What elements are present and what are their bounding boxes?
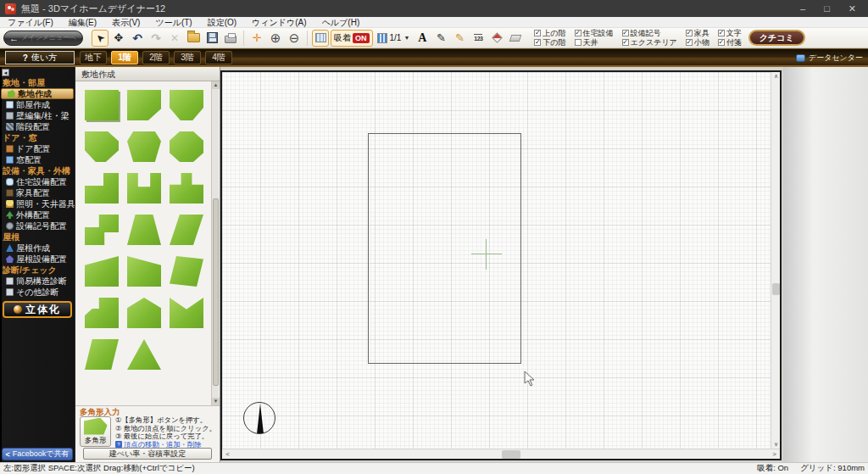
menu-settings[interactable]: 設定(O) (200, 17, 244, 28)
tab-basement[interactable]: 地下 (80, 51, 107, 64)
maximize-button[interactable]: □ (824, 0, 830, 17)
shape-swatch[interactable] (170, 90, 203, 120)
shape-swatch[interactable] (85, 339, 119, 370)
sidebar-item-house-equipment[interactable]: 住宅設備配置 (0, 176, 75, 187)
zoom-in-button[interactable]: ⊕ (267, 30, 284, 47)
tab-floor-2[interactable]: 2階 (142, 51, 170, 64)
sidebar-item-lighting[interactable]: 照明・天井器具 (0, 198, 75, 209)
scroll-down-icon[interactable]: ▼ (212, 398, 220, 405)
checkbox-sticky-notes[interactable]: ✓付箋 (718, 38, 742, 47)
highlight-line-tool-button[interactable]: ✎ (451, 30, 468, 47)
scroll-up-icon[interactable]: ▲ (212, 81, 220, 89)
delete-button[interactable]: ✕ (166, 30, 183, 47)
polygon-button[interactable]: 多角形 (80, 416, 111, 447)
shape-swatch[interactable] (127, 131, 161, 162)
drawing-canvas[interactable] (222, 72, 771, 449)
shape-swatch[interactable] (127, 173, 161, 204)
sidebar-item-roof-equipment[interactable]: 屋根設備配置 (0, 254, 75, 265)
menu-view[interactable]: 表示(V) (104, 17, 147, 28)
menu-help[interactable]: ヘルプ(H) (314, 17, 368, 28)
eraser-tool-button[interactable] (507, 30, 524, 47)
dimension-icon: 123 (474, 34, 482, 42)
sidebar-item-wall-edit[interactable]: 壁編集/柱・梁 (0, 110, 75, 121)
print-button[interactable] (222, 30, 239, 47)
shape-swatch[interactable] (85, 90, 119, 120)
line-tool-button[interactable]: ✎ (432, 30, 449, 47)
sidebar-item-roof-create[interactable]: 屋根作成 (0, 243, 75, 254)
collapse-sidebar-button[interactable]: ◂ (2, 69, 9, 76)
scroll-up-icon[interactable]: ∧ (771, 72, 781, 81)
select-tool-button[interactable]: ➤ (92, 30, 108, 47)
close-button[interactable]: ✕ (849, 0, 856, 17)
sidebar-item-stairs[interactable]: 階段配置 (0, 121, 75, 132)
checkbox-exterior[interactable]: ✓エクステリア (622, 38, 677, 47)
sidebar-item-exterior[interactable]: 外構配置 (0, 209, 75, 220)
shape-swatch[interactable] (127, 298, 161, 328)
shape-swatch[interactable] (170, 298, 203, 328)
palette-scrollbar[interactable]: ▲ ▼ (211, 81, 219, 405)
save-button[interactable] (203, 30, 220, 47)
tab-floor-4[interactable]: 4階 (205, 51, 232, 64)
grid-interval-dropdown[interactable]: 1/1 ▼ (375, 30, 413, 47)
checkbox-ceiling[interactable]: 天井 (575, 38, 614, 47)
snap-toggle-button[interactable]: 吸着 ON (331, 30, 373, 47)
scroll-down-icon[interactable]: ∨ (771, 440, 781, 449)
menu-edit[interactable]: 編集(E) (61, 17, 104, 28)
kuchikomi-button[interactable]: クチコミ (748, 30, 805, 46)
sidebar-item-equipment-symbol[interactable]: 設備記号配置 (0, 220, 75, 231)
shape-swatch[interactable] (85, 256, 119, 287)
sidebar-item-room-create[interactable]: 部屋作成 (0, 99, 75, 110)
pan-rotate-button[interactable]: ✥ (110, 30, 127, 47)
vertical-scroll-thumb[interactable] (772, 283, 780, 295)
north-compass[interactable] (243, 402, 275, 434)
shape-swatch[interactable] (127, 339, 161, 370)
minimize-button[interactable]: – (800, 0, 805, 17)
zoom-out-button[interactable]: ⊖ (286, 30, 303, 47)
sidebar-item-door[interactable]: ドア配置 (0, 143, 75, 154)
data-center-button[interactable]: データセンター (796, 53, 863, 64)
shape-swatch[interactable] (85, 173, 119, 204)
shape-swatch[interactable] (170, 256, 203, 287)
sidebar-item-other-diagnosis[interactable]: その他診断 (0, 287, 75, 298)
menu-window[interactable]: ウィンドウ(A) (244, 17, 314, 28)
horizontal-scrollbar[interactable]: < > (222, 449, 780, 459)
sidebar-item-structure-diagnosis[interactable]: 簡易構造診断 (0, 276, 75, 287)
fit-view-button[interactable]: ✛ (248, 30, 265, 47)
shape-swatch[interactable] (127, 90, 161, 120)
solidify-3d-button[interactable]: 立体化 (3, 301, 72, 318)
shape-swatch[interactable] (85, 131, 119, 162)
menu-tools[interactable]: ツール(T) (147, 17, 199, 28)
main-menu-button[interactable]: ← メインメニューへ (3, 31, 83, 46)
dimension-tool-button[interactable]: 123 (470, 30, 487, 47)
shape-swatch[interactable] (85, 215, 119, 245)
checkbox-small-items[interactable]: ✓小物 (686, 38, 709, 47)
scroll-right-icon[interactable]: > (770, 449, 779, 460)
compass-tool-button[interactable] (488, 30, 505, 47)
scroll-left-icon[interactable]: < (223, 449, 232, 460)
palette-scroll-thumb[interactable] (213, 198, 219, 387)
sidebar-item-window[interactable]: 窓配置 (0, 154, 75, 165)
text-tool-button[interactable]: A (414, 30, 431, 47)
checkbox-lower-floor[interactable]: ✓下の階 (534, 38, 565, 47)
vertical-scrollbar[interactable]: ∧ ∨ (771, 72, 780, 449)
horizontal-scroll-thumb[interactable] (502, 450, 520, 459)
undo-button[interactable]: ↶ (129, 30, 146, 47)
shape-swatch[interactable] (170, 173, 203, 204)
shape-swatch[interactable] (170, 215, 203, 245)
redo-button[interactable]: ↷ (147, 30, 164, 47)
tab-floor-3[interactable]: 3階 (174, 51, 201, 64)
facebook-share-button[interactable]: < Facebookで共有 (2, 448, 73, 460)
sidebar-item-furniture[interactable]: 家具配置 (0, 187, 75, 198)
grid-toggle-button[interactable] (312, 30, 329, 47)
open-button[interactable] (185, 30, 202, 47)
shape-swatch[interactable] (127, 256, 161, 287)
tab-floor-1[interactable]: 1階 (111, 51, 138, 64)
share-icon: < (5, 450, 9, 459)
shape-swatch[interactable] (170, 131, 203, 162)
how-to-use-button[interactable]: ? 使い方 (5, 51, 75, 64)
sidebar-item-site-create[interactable]: 敷地作成 (1, 88, 74, 99)
shape-swatch[interactable] (127, 215, 161, 245)
shape-swatch[interactable] (85, 298, 119, 328)
coverage-ratio-button[interactable]: 建ぺい率・容積率設定 (83, 448, 212, 460)
menu-file[interactable]: ファイル(F) (0, 17, 61, 28)
